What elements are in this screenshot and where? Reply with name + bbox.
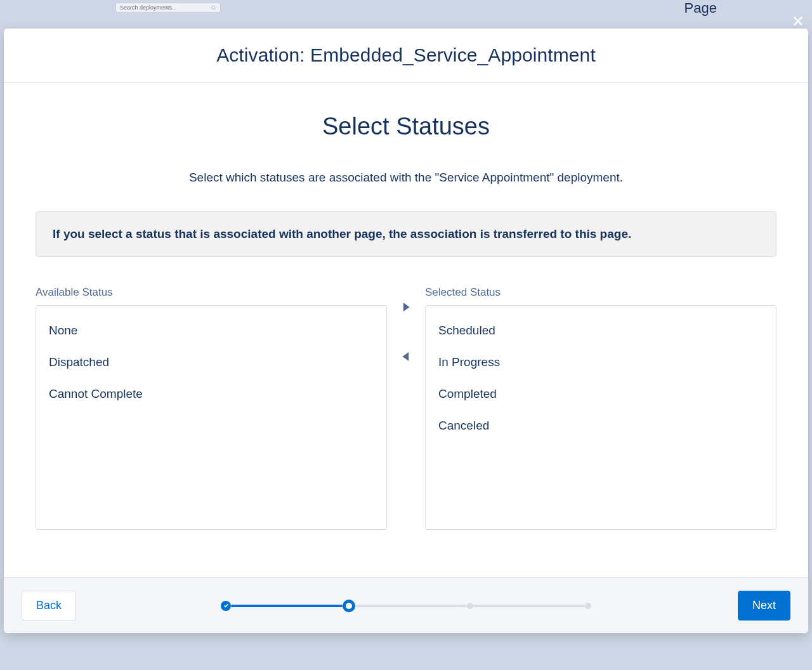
- background-search-input: Search deployments...: [115, 3, 221, 13]
- back-button[interactable]: Back: [22, 591, 76, 621]
- list-item[interactable]: Cannot Complete: [36, 378, 386, 410]
- move-left-button[interactable]: [398, 348, 414, 365]
- modal-body: Select Statuses Select which statuses ar…: [4, 82, 808, 577]
- list-item[interactable]: Completed: [426, 378, 776, 410]
- progress-track: [355, 605, 467, 607]
- progress-step: [343, 600, 355, 612]
- modal-header: Activation: Embedded_Service_Appointment: [4, 29, 808, 82]
- chevron-left-icon: [402, 352, 410, 361]
- activation-modal: Activation: Embedded_Service_Appointment…: [4, 29, 808, 633]
- modal-footer: Back Next: [4, 577, 808, 633]
- close-icon[interactable]: ✕: [792, 14, 804, 29]
- selected-label: Selected Status: [425, 286, 776, 299]
- selected-listbox[interactable]: ScheduledIn ProgressCompletedCanceled: [425, 305, 776, 530]
- list-item[interactable]: Scheduled: [426, 315, 776, 346]
- selected-column: Selected Status ScheduledIn ProgressComp…: [425, 286, 776, 530]
- transfer-controls: [387, 286, 425, 530]
- chevron-right-icon: [402, 303, 410, 312]
- modal-title: Activation: Embedded_Service_Appointment: [216, 44, 596, 66]
- next-button[interactable]: Next: [738, 591, 790, 621]
- page-title: Select Statuses: [36, 113, 776, 140]
- progress-track: [231, 605, 343, 607]
- available-listbox[interactable]: NoneDispatchedCannot Complete: [36, 305, 387, 530]
- progress-step: [585, 603, 591, 609]
- check-icon: [223, 603, 229, 608]
- progress-indicator: [221, 600, 591, 612]
- available-label: Available Status: [36, 286, 387, 299]
- list-item[interactable]: Canceled: [426, 410, 776, 442]
- svg-line-1: [214, 9, 216, 10]
- svg-point-0: [212, 6, 215, 9]
- move-right-button[interactable]: [398, 299, 414, 315]
- progress-step: [467, 603, 473, 609]
- dual-listbox: Available Status NoneDispatchedCannot Co…: [36, 286, 776, 530]
- info-banner: If you select a status that is associate…: [36, 211, 776, 257]
- list-item[interactable]: Dispatched: [36, 346, 386, 378]
- svg-marker-3: [402, 352, 409, 361]
- background-search-placeholder: Search deployments...: [120, 4, 177, 11]
- background-page-label: Page: [684, 0, 717, 16]
- list-item[interactable]: None: [36, 315, 386, 346]
- available-column: Available Status NoneDispatchedCannot Co…: [36, 286, 387, 530]
- list-item[interactable]: In Progress: [426, 346, 776, 378]
- progress-track: [473, 605, 585, 607]
- svg-marker-2: [403, 303, 410, 312]
- page-subtitle: Select which statuses are associated wit…: [36, 171, 776, 185]
- progress-step: [221, 601, 231, 611]
- search-icon: [211, 5, 216, 11]
